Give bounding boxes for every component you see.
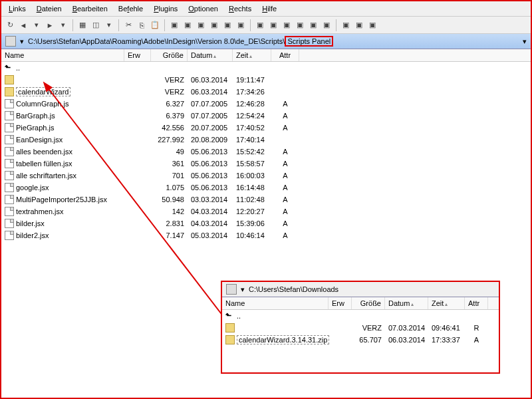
- table-row[interactable]: BarGraph.js6.37907.07.200512:54:24A: [1, 110, 531, 122]
- tool-icon[interactable]: ▣: [294, 19, 306, 31]
- menu-bearbeiten[interactable]: Bearbeiten: [68, 3, 112, 15]
- cell-date: 20.07.2005: [188, 123, 233, 132]
- cell-time: [428, 315, 465, 317]
- menu-dateien[interactable]: Dateien: [32, 3, 66, 15]
- table-row[interactable]: EanDesign.jsx227.99220.08.200917:40:14: [1, 134, 531, 146]
- path-text[interactable]: C:\Users\Stefan\AppData\Roaming\Adobe\In…: [28, 37, 519, 45]
- table-row[interactable]: MultiPageImporter25JJB.jsx50.94803.03.20…: [1, 194, 531, 205]
- cell-time: 17:40:52: [233, 123, 271, 132]
- tool-icon[interactable]: ▣: [267, 19, 279, 31]
- table-row[interactable]: calendarWizard.3.14.31.zip65.70706.03.20…: [222, 334, 499, 346]
- table-row[interactable]: textrahmen.jsx14204.03.201412:20:27A: [1, 205, 531, 217]
- cell-size: 6.379: [151, 111, 188, 120]
- dropdown-icon[interactable]: ▾: [241, 285, 245, 294]
- tool-icon[interactable]: ▣: [353, 19, 365, 31]
- col-name[interactable]: Name: [1, 49, 124, 61]
- cell-date: 06.03.2014: [385, 335, 428, 344]
- table-row[interactable]: bilder.jsx2.83104.03.201415:39:06A: [1, 217, 531, 229]
- cell-time: 12:20:27: [233, 207, 271, 216]
- drive-icon[interactable]: [5, 36, 16, 47]
- cell-size: 142: [151, 207, 188, 216]
- file-name: alles beenden.jsx: [16, 148, 72, 156]
- menu-plugins[interactable]: Plugins: [149, 3, 182, 15]
- copy-icon[interactable]: ⎘: [136, 19, 148, 31]
- cell-attr: A: [271, 195, 299, 204]
- dropdown-icon[interactable]: ▾: [523, 37, 527, 46]
- cell-erw: [124, 235, 151, 236]
- cell-erw: [124, 223, 151, 224]
- col-size[interactable]: Größe: [352, 297, 385, 309]
- cell-attr: [271, 139, 299, 140]
- file-name: tabellen füllen.jsx: [16, 160, 72, 168]
- table-row[interactable]: ⬑..: [1, 62, 531, 74]
- menu-links[interactable]: Links: [4, 3, 31, 15]
- tool-icon[interactable]: ▣: [281, 19, 293, 31]
- tool-icon[interactable]: ▣: [366, 19, 378, 31]
- col-time[interactable]: Zeit▴: [233, 49, 271, 61]
- tool-icon[interactable]: ▣: [221, 19, 233, 31]
- cell-size: 6.327: [151, 99, 188, 108]
- tool-icon[interactable]: ▣: [307, 19, 319, 31]
- cell-date: 05.06.2013: [188, 147, 233, 156]
- table-row[interactable]: alles beenden.jsx4905.06.201315:52:42A: [1, 146, 531, 158]
- table-row[interactable]: bilder2.jsx7.14705.03.201410:46:14A: [1, 229, 531, 241]
- table-row[interactable]: ColumnGraph.js6.32707.07.200512:46:28A: [1, 98, 531, 110]
- tool-icon[interactable]: ▣: [208, 19, 220, 31]
- dropdown3-icon[interactable]: ▾: [103, 19, 115, 31]
- back-icon[interactable]: ◄: [17, 19, 29, 31]
- forward-icon[interactable]: ►: [44, 19, 56, 31]
- menu-befehle[interactable]: Befehle: [114, 3, 148, 15]
- cut-icon[interactable]: ✂: [122, 19, 134, 31]
- col-attr[interactable]: Attr: [271, 49, 299, 61]
- cell-size: 42.556: [151, 123, 188, 132]
- tool-icon[interactable]: ▣: [168, 19, 180, 31]
- refresh-icon[interactable]: ↻: [4, 19, 16, 31]
- tool-icon[interactable]: ▣: [340, 19, 352, 31]
- tool-icon[interactable]: ▣: [321, 19, 332, 31]
- cell-time: 19:11:47: [233, 75, 271, 84]
- tool-icon[interactable]: ▣: [235, 19, 247, 31]
- dropdown-icon[interactable]: ▾: [31, 19, 43, 31]
- col-date[interactable]: Datum▴: [385, 297, 428, 309]
- tool-icon[interactable]: ▣: [195, 19, 207, 31]
- cell-erw: [124, 127, 151, 128]
- cell-size: [352, 315, 385, 317]
- paste-icon[interactable]: 📋: [149, 19, 161, 31]
- table-row[interactable]: VERZ07.03.201409:46:41R: [222, 322, 499, 334]
- view1-icon[interactable]: ▦: [76, 19, 88, 31]
- cell-size: 50.948: [151, 195, 188, 204]
- cell-date: 07.03.2014: [385, 323, 428, 332]
- cell-erw: [124, 67, 151, 68]
- menu-hilfe[interactable]: Hilfe: [257, 3, 281, 15]
- table-row[interactable]: calendarWizardVERZ06.03.201417:34:26: [1, 86, 531, 98]
- view2-icon[interactable]: ◫: [90, 19, 102, 31]
- col-size[interactable]: Größe: [151, 49, 188, 61]
- cell-erw: [124, 139, 151, 140]
- table-row[interactable]: google.jsx1.07505.06.201316:14:48A: [1, 182, 531, 194]
- col-name[interactable]: Name: [222, 297, 329, 309]
- path-text[interactable]: C:\Users\Stefan\Downloads: [249, 285, 495, 293]
- cell-attr: A: [465, 335, 488, 344]
- table-row[interactable]: ⬑..: [222, 310, 499, 322]
- cell-date: 05.06.2013: [188, 159, 233, 168]
- menu-optionen[interactable]: Optionen: [184, 3, 223, 15]
- menu-rechts[interactable]: Rechts: [224, 3, 256, 15]
- cell-attr: [271, 79, 299, 80]
- table-row[interactable]: PieGraph.js42.55620.07.200517:40:52A: [1, 122, 531, 134]
- drive-icon[interactable]: [226, 284, 237, 295]
- toolbar: ↻ ◄ ▾ ► ▾ ▦ ◫ ▾ ✂ ⎘ 📋 ▣ ▣ ▣ ▣ ▣ ▣ ▣ ▣ ▣ …: [1, 17, 531, 34]
- dropdown2-icon[interactable]: ▾: [57, 19, 69, 31]
- col-erw[interactable]: Erw: [329, 297, 352, 309]
- col-erw[interactable]: Erw: [124, 49, 151, 61]
- cell-erw: [329, 327, 352, 329]
- col-date[interactable]: Datum▴: [188, 49, 233, 61]
- dropdown-icon[interactable]: ▾: [20, 37, 24, 46]
- table-row[interactable]: alle schriftarten.jsx70105.06.201316:00:…: [1, 170, 531, 182]
- table-row[interactable]: tabellen füllen.jsx36105.06.201315:58:57…: [1, 158, 531, 170]
- col-attr[interactable]: Attr: [465, 297, 488, 309]
- col-time[interactable]: Zeit▴: [428, 297, 465, 309]
- tool-icon[interactable]: ▣: [182, 19, 194, 31]
- cell-size: 227.992: [151, 135, 188, 144]
- tool-icon[interactable]: ▣: [254, 19, 266, 31]
- table-row[interactable]: VERZ06.03.201419:11:47: [1, 74, 531, 86]
